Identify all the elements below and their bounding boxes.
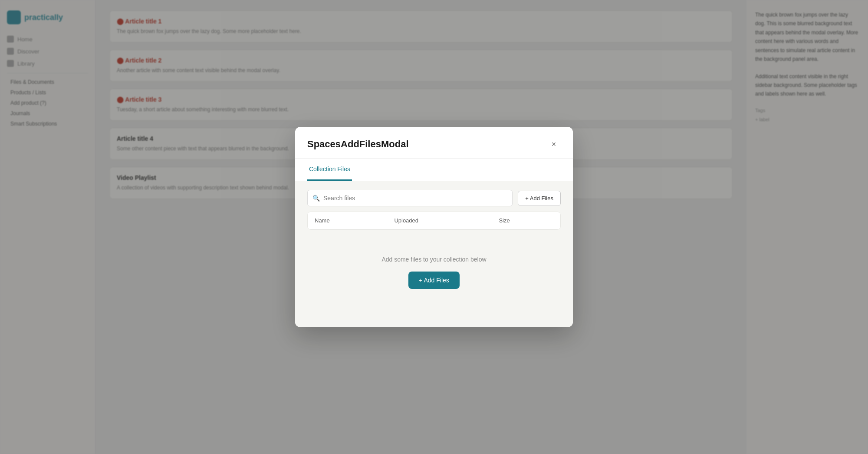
modal-close-button[interactable]: × (547, 137, 561, 151)
empty-state-message: Add some files to your collection below (381, 256, 486, 263)
modal-header: SpacesAddFilesModal × (295, 127, 573, 159)
search-wrapper: 🔍 (307, 190, 513, 206)
table-container: Name Uploaded Size (307, 212, 561, 230)
file-table: Name Uploaded Size (308, 212, 560, 229)
add-files-top-button[interactable]: + Add Files (518, 191, 561, 206)
add-files-center-button[interactable]: + Add Files (408, 272, 460, 289)
tabs: Collection Files (295, 159, 573, 181)
empty-state: Add some files to your collection below … (307, 230, 561, 315)
search-input[interactable] (307, 190, 513, 206)
modal-title: SpacesAddFilesModal (307, 139, 409, 150)
table-head: Name Uploaded Size (308, 212, 560, 229)
col-size: Size (492, 212, 560, 229)
search-icon: 🔍 (312, 195, 320, 202)
col-uploaded: Uploaded (387, 212, 492, 229)
table-wrapper: Name Uploaded Size Add some files to you… (307, 212, 561, 315)
toolbar: 🔍 + Add Files (307, 181, 561, 212)
modal: SpacesAddFilesModal × Collection Files 🔍… (295, 127, 573, 327)
tab-collection-files[interactable]: Collection Files (307, 159, 352, 181)
col-name: Name (308, 212, 387, 229)
table-header-row: Name Uploaded Size (308, 212, 560, 229)
modal-backdrop: SpacesAddFilesModal × Collection Files 🔍… (0, 0, 868, 454)
modal-body: Collection Files 🔍 + Add Files Name (295, 159, 573, 327)
